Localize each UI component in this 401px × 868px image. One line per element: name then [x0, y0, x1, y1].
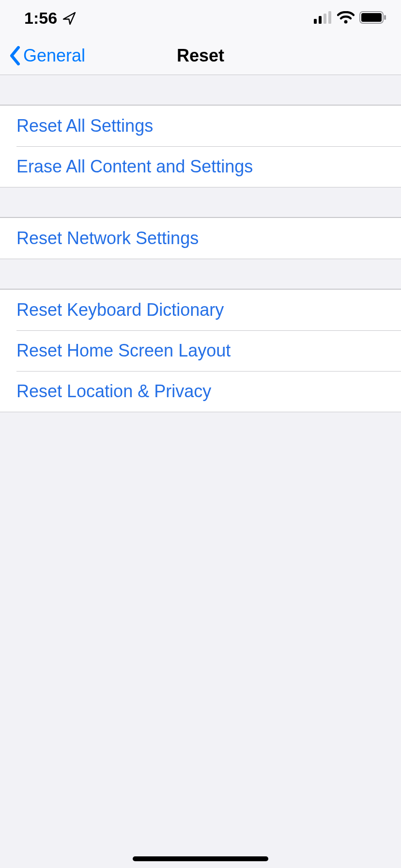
svg-rect-2 — [324, 14, 326, 24]
row-reset-all-settings[interactable]: Reset All Settings — [0, 106, 401, 146]
page-title: Reset — [177, 46, 224, 66]
row-label: Erase All Content and Settings — [16, 156, 253, 177]
back-button[interactable]: General — [0, 46, 85, 66]
section-reset-network: Reset Network Settings — [0, 217, 401, 259]
status-time: 1:56 — [24, 9, 57, 28]
row-label: Reset All Settings — [16, 116, 153, 136]
svg-rect-6 — [361, 13, 382, 22]
status-right — [314, 11, 386, 26]
row-reset-network-settings[interactable]: Reset Network Settings — [0, 218, 401, 259]
section-gap — [0, 187, 401, 217]
svg-point-4 — [344, 20, 348, 23]
row-reset-home-screen-layout[interactable]: Reset Home Screen Layout — [0, 330, 401, 371]
row-label: Reset Keyboard Dictionary — [16, 300, 224, 320]
svg-rect-1 — [319, 16, 322, 24]
section-reset-main: Reset All Settings Erase All Content and… — [0, 105, 401, 187]
row-label: Reset Location & Privacy — [16, 381, 211, 402]
chevron-back-icon — [9, 46, 21, 65]
status-left: 1:56 — [24, 9, 77, 28]
wifi-icon — [337, 11, 355, 26]
back-label: General — [23, 46, 85, 66]
cellular-signal-icon — [314, 11, 332, 26]
nav-bar: General Reset — [0, 36, 401, 75]
row-label: Reset Home Screen Layout — [16, 341, 231, 361]
svg-rect-0 — [314, 19, 317, 24]
location-services-icon — [62, 11, 77, 26]
section-reset-other: Reset Keyboard Dictionary Reset Home Scr… — [0, 289, 401, 412]
row-erase-all-content[interactable]: Erase All Content and Settings — [0, 146, 401, 187]
svg-rect-7 — [384, 15, 386, 20]
status-bar: 1:56 — [0, 0, 401, 36]
svg-rect-3 — [328, 11, 331, 24]
row-reset-keyboard-dictionary[interactable]: Reset Keyboard Dictionary — [0, 290, 401, 330]
row-reset-location-privacy[interactable]: Reset Location & Privacy — [0, 371, 401, 412]
section-gap — [0, 75, 401, 105]
row-label: Reset Network Settings — [16, 228, 199, 248]
home-indicator[interactable] — [133, 856, 268, 861]
battery-icon — [359, 11, 386, 26]
section-gap — [0, 259, 401, 289]
